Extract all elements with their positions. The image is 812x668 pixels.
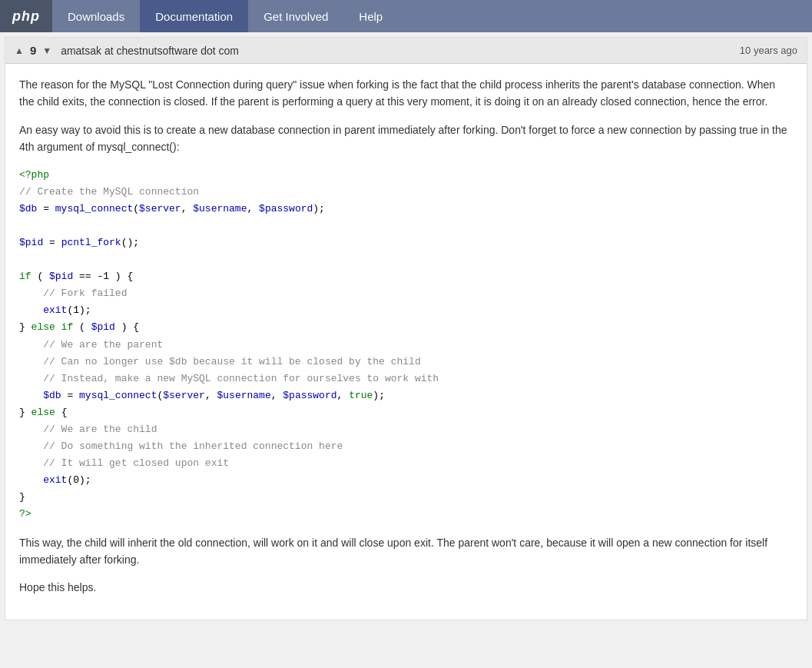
- comment-container: ▲ 9 ▼ amatsak at chestnutsoftware dot co…: [5, 37, 807, 620]
- comment-header: ▲ 9 ▼ amatsak at chestnutsoftware dot co…: [5, 38, 807, 64]
- comment-body: The reason for the MySQL "Lost Connectio…: [5, 64, 807, 620]
- code-line-12: // Can no longer use $db because it will…: [19, 354, 793, 371]
- code-line-14: $db = mysql_connect($server, $username, …: [19, 387, 793, 404]
- vote-down-button[interactable]: ▼: [42, 45, 51, 56]
- comment-author: amatsak at chestnutsoftware dot com: [61, 45, 239, 57]
- code-line-6: [19, 251, 793, 268]
- code-line-18: // It will get closed upon exit: [19, 455, 793, 472]
- code-line-13: // Instead, make a new MySQL connection …: [19, 371, 793, 387]
- nav-help[interactable]: Help: [343, 0, 398, 32]
- code-line-20: }: [19, 489, 793, 506]
- code-line-11: // We are the parent: [19, 337, 793, 354]
- code-block: <?php // Create the MySQL connection $db…: [19, 167, 793, 523]
- code-line-10: } else if ( $pid ) {: [19, 319, 793, 336]
- code-line-15: } else {: [19, 404, 793, 421]
- code-line-4: [19, 218, 793, 234]
- php-logo-text: php: [12, 8, 40, 25]
- paragraph-3: This way, the child will inherit the old…: [19, 534, 793, 569]
- nav-downloads[interactable]: Downloads: [52, 0, 140, 32]
- nav-documentation[interactable]: Documentation: [140, 0, 248, 32]
- code-line-1: <?php: [19, 167, 793, 184]
- php-logo: php: [0, 0, 52, 32]
- code-line-19: exit(0);: [19, 472, 793, 489]
- code-line-17: // Do something with the inherited conne…: [19, 438, 793, 455]
- code-line-21: ?>: [19, 506, 793, 523]
- code-line-8: // Fork failed: [19, 285, 793, 302]
- vote-up-button[interactable]: ▲: [15, 45, 24, 56]
- code-line-2: // Create the MySQL connection: [19, 184, 793, 201]
- code-line-5: $pid = pcntl_fork();: [19, 234, 793, 251]
- paragraph-1: The reason for the MySQL "Lost Connectio…: [19, 76, 793, 111]
- code-line-16: // We are the child: [19, 421, 793, 438]
- vote-section: ▲ 9 ▼ amatsak at chestnutsoftware dot co…: [15, 44, 239, 57]
- nav-items: Downloads Documentation Get Involved Hel…: [52, 0, 398, 32]
- code-line-7: if ( $pid == -1 ) {: [19, 268, 793, 285]
- navbar: php Downloads Documentation Get Involved…: [0, 0, 812, 32]
- vote-count: 9: [30, 44, 36, 57]
- code-line-3: $db = mysql_connect($server, $username, …: [19, 201, 793, 218]
- paragraph-2: An easy way to avoid this is to create a…: [19, 121, 793, 156]
- nav-get-involved[interactable]: Get Involved: [248, 0, 343, 32]
- comment-timestamp: 10 years ago: [740, 45, 797, 56]
- code-line-9: exit(1);: [19, 302, 793, 319]
- paragraph-4: Hope this helps.: [19, 579, 793, 596]
